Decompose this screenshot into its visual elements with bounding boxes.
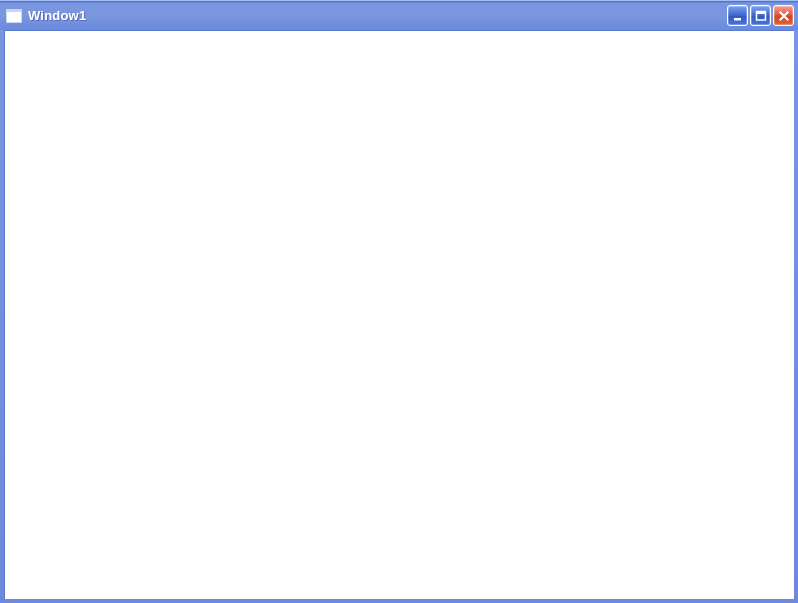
svg-rect-1	[6, 9, 22, 12]
close-button[interactable]	[773, 5, 794, 26]
app-icon	[6, 9, 22, 23]
client-area	[4, 30, 794, 599]
minimize-icon	[732, 10, 744, 22]
close-icon	[778, 10, 790, 22]
window: Window1	[0, 0, 798, 603]
window-controls	[727, 5, 794, 26]
maximize-icon	[755, 10, 767, 22]
svg-rect-2	[734, 18, 741, 21]
svg-rect-4	[756, 11, 765, 14]
maximize-button[interactable]	[750, 5, 771, 26]
minimize-button[interactable]	[727, 5, 748, 26]
titlebar[interactable]: Window1	[0, 0, 798, 30]
window-title: Window1	[28, 8, 727, 23]
